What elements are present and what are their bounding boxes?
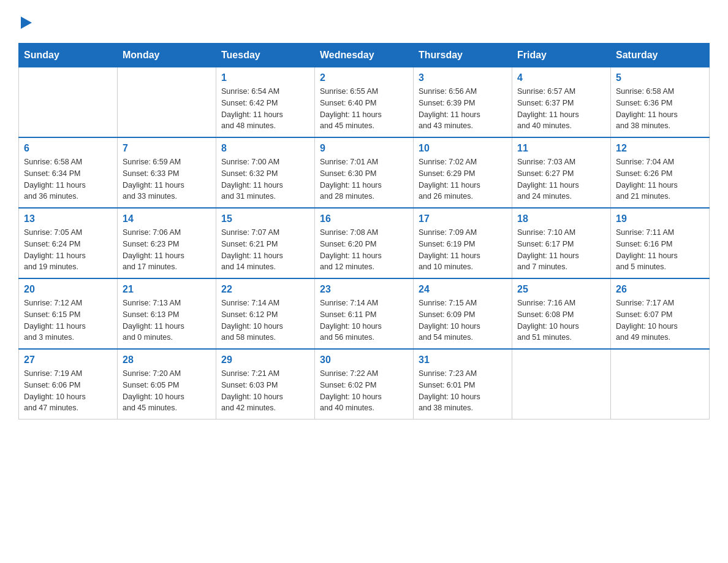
day-number: 20 — [24, 284, 112, 295]
day-info: Sunrise: 6:55 AM Sunset: 6:40 PM Dayligh… — [320, 86, 408, 132]
day-number: 24 — [419, 284, 507, 295]
day-number: 18 — [517, 213, 605, 224]
day-info: Sunrise: 7:05 AM Sunset: 6:24 PM Dayligh… — [24, 227, 112, 273]
calendar-day-cell: 12Sunrise: 7:04 AM Sunset: 6:26 PM Dayli… — [611, 137, 710, 208]
weekday-header-cell: Thursday — [414, 44, 512, 67]
day-info: Sunrise: 7:09 AM Sunset: 6:19 PM Dayligh… — [419, 227, 507, 273]
calendar-day-cell — [611, 349, 710, 419]
calendar-day-cell: 30Sunrise: 7:22 AM Sunset: 6:02 PM Dayli… — [315, 349, 414, 419]
day-number: 4 — [517, 72, 605, 83]
calendar-day-cell: 14Sunrise: 7:06 AM Sunset: 6:23 PM Dayli… — [118, 208, 216, 278]
day-number: 19 — [616, 213, 704, 224]
calendar-day-cell — [19, 67, 118, 138]
calendar-day-cell: 11Sunrise: 7:03 AM Sunset: 6:27 PM Dayli… — [512, 137, 611, 208]
calendar-day-cell: 3Sunrise: 6:56 AM Sunset: 6:39 PM Daylig… — [414, 67, 512, 138]
calendar-day-cell: 29Sunrise: 7:21 AM Sunset: 6:03 PM Dayli… — [216, 349, 315, 419]
day-info: Sunrise: 7:07 AM Sunset: 6:21 PM Dayligh… — [221, 227, 309, 273]
day-info: Sunrise: 6:57 AM Sunset: 6:37 PM Dayligh… — [517, 86, 605, 132]
day-info: Sunrise: 6:54 AM Sunset: 6:42 PM Dayligh… — [221, 86, 309, 132]
day-info: Sunrise: 7:22 AM Sunset: 6:02 PM Dayligh… — [320, 368, 408, 414]
calendar-day-cell: 13Sunrise: 7:05 AM Sunset: 6:24 PM Dayli… — [19, 208, 118, 278]
day-info: Sunrise: 7:14 AM Sunset: 6:12 PM Dayligh… — [221, 297, 309, 343]
weekday-header-row: SundayMondayTuesdayWednesdayThursdayFrid… — [19, 44, 710, 67]
day-number: 5 — [616, 72, 704, 83]
calendar-day-cell — [512, 349, 611, 419]
weekday-header-cell: Monday — [118, 44, 216, 67]
day-number: 2 — [320, 72, 408, 83]
logo-arrow-icon — [21, 12, 32, 31]
day-info: Sunrise: 7:04 AM Sunset: 6:26 PM Dayligh… — [616, 156, 704, 202]
day-number: 29 — [221, 354, 309, 366]
day-number: 3 — [419, 72, 507, 83]
day-number: 9 — [320, 143, 408, 154]
calendar-day-cell: 22Sunrise: 7:14 AM Sunset: 6:12 PM Dayli… — [216, 278, 315, 349]
day-info: Sunrise: 7:17 AM Sunset: 6:07 PM Dayligh… — [616, 297, 704, 343]
calendar-week-row: 6Sunrise: 6:58 AM Sunset: 6:34 PM Daylig… — [19, 137, 710, 208]
calendar-day-cell: 17Sunrise: 7:09 AM Sunset: 6:19 PM Dayli… — [414, 208, 512, 278]
weekday-header-cell: Saturday — [611, 44, 710, 67]
day-number: 16 — [320, 213, 408, 224]
day-number: 26 — [616, 284, 704, 295]
day-info: Sunrise: 7:15 AM Sunset: 6:09 PM Dayligh… — [419, 297, 507, 343]
logo-line1 — [18, 12, 37, 31]
day-number: 11 — [517, 143, 605, 154]
day-number: 13 — [24, 213, 112, 224]
day-info: Sunrise: 6:58 AM Sunset: 6:36 PM Dayligh… — [616, 86, 704, 132]
day-number: 15 — [221, 213, 309, 224]
calendar-day-cell: 25Sunrise: 7:16 AM Sunset: 6:08 PM Dayli… — [512, 278, 611, 349]
calendar-day-cell: 18Sunrise: 7:10 AM Sunset: 6:17 PM Dayli… — [512, 208, 611, 278]
calendar-week-row: 1Sunrise: 6:54 AM Sunset: 6:42 PM Daylig… — [19, 67, 710, 138]
calendar-day-cell: 21Sunrise: 7:13 AM Sunset: 6:13 PM Dayli… — [118, 278, 216, 349]
day-number: 14 — [123, 213, 211, 224]
weekday-header-cell: Sunday — [19, 44, 118, 67]
calendar-day-cell: 28Sunrise: 7:20 AM Sunset: 6:05 PM Dayli… — [118, 349, 216, 419]
day-number: 21 — [123, 284, 211, 295]
day-info: Sunrise: 7:16 AM Sunset: 6:08 PM Dayligh… — [517, 297, 605, 343]
day-info: Sunrise: 6:58 AM Sunset: 6:34 PM Dayligh… — [24, 156, 112, 202]
day-info: Sunrise: 7:00 AM Sunset: 6:32 PM Dayligh… — [221, 156, 309, 202]
weekday-header-cell: Friday — [512, 44, 611, 67]
calendar-day-cell: 9Sunrise: 7:01 AM Sunset: 6:30 PM Daylig… — [315, 137, 414, 208]
day-info: Sunrise: 7:10 AM Sunset: 6:17 PM Dayligh… — [517, 227, 605, 273]
calendar-day-cell: 31Sunrise: 7:23 AM Sunset: 6:01 PM Dayli… — [414, 349, 512, 419]
day-info: Sunrise: 7:12 AM Sunset: 6:15 PM Dayligh… — [24, 297, 112, 343]
day-number: 22 — [221, 284, 309, 295]
calendar-day-cell: 10Sunrise: 7:02 AM Sunset: 6:29 PM Dayli… — [414, 137, 512, 208]
day-info: Sunrise: 7:11 AM Sunset: 6:16 PM Dayligh… — [616, 227, 704, 273]
calendar-day-cell: 27Sunrise: 7:19 AM Sunset: 6:06 PM Dayli… — [19, 349, 118, 419]
day-info: Sunrise: 6:59 AM Sunset: 6:33 PM Dayligh… — [123, 156, 211, 202]
calendar-day-cell: 19Sunrise: 7:11 AM Sunset: 6:16 PM Dayli… — [611, 208, 710, 278]
weekday-header-cell: Tuesday — [216, 44, 315, 67]
day-info: Sunrise: 7:21 AM Sunset: 6:03 PM Dayligh… — [221, 368, 309, 414]
calendar-day-cell: 6Sunrise: 6:58 AM Sunset: 6:34 PM Daylig… — [19, 137, 118, 208]
day-info: Sunrise: 7:08 AM Sunset: 6:20 PM Dayligh… — [320, 227, 408, 273]
calendar-day-cell: 1Sunrise: 6:54 AM Sunset: 6:42 PM Daylig… — [216, 67, 315, 138]
day-info: Sunrise: 7:06 AM Sunset: 6:23 PM Dayligh… — [123, 227, 211, 273]
day-number: 30 — [320, 354, 408, 366]
calendar-week-row: 27Sunrise: 7:19 AM Sunset: 6:06 PM Dayli… — [19, 349, 710, 419]
day-number: 12 — [616, 143, 704, 154]
day-info: Sunrise: 7:13 AM Sunset: 6:13 PM Dayligh… — [123, 297, 211, 343]
day-info: Sunrise: 7:14 AM Sunset: 6:11 PM Dayligh… — [320, 297, 408, 343]
day-info: Sunrise: 7:02 AM Sunset: 6:29 PM Dayligh… — [419, 156, 507, 202]
day-number: 1 — [221, 72, 309, 83]
day-number: 7 — [123, 143, 211, 154]
day-number: 6 — [24, 143, 112, 154]
calendar-day-cell: 7Sunrise: 6:59 AM Sunset: 6:33 PM Daylig… — [118, 137, 216, 208]
day-info: Sunrise: 7:20 AM Sunset: 6:05 PM Dayligh… — [123, 368, 211, 414]
day-number: 31 — [419, 354, 507, 366]
calendar-day-cell: 8Sunrise: 7:00 AM Sunset: 6:32 PM Daylig… — [216, 137, 315, 208]
calendar-week-row: 20Sunrise: 7:12 AM Sunset: 6:15 PM Dayli… — [19, 278, 710, 349]
day-number: 25 — [517, 284, 605, 295]
day-info: Sunrise: 6:56 AM Sunset: 6:39 PM Dayligh… — [419, 86, 507, 132]
day-info: Sunrise: 7:19 AM Sunset: 6:06 PM Dayligh… — [24, 368, 112, 414]
calendar-day-cell: 16Sunrise: 7:08 AM Sunset: 6:20 PM Dayli… — [315, 208, 414, 278]
day-number: 8 — [221, 143, 309, 154]
calendar-day-cell: 23Sunrise: 7:14 AM Sunset: 6:11 PM Dayli… — [315, 278, 414, 349]
calendar-day-cell: 2Sunrise: 6:55 AM Sunset: 6:40 PM Daylig… — [315, 67, 414, 138]
day-number: 28 — [123, 354, 211, 366]
day-number: 10 — [419, 143, 507, 154]
calendar-table: SundayMondayTuesdayWednesdayThursdayFrid… — [18, 43, 710, 419]
calendar-week-row: 13Sunrise: 7:05 AM Sunset: 6:24 PM Dayli… — [19, 208, 710, 278]
day-number: 23 — [320, 284, 408, 295]
